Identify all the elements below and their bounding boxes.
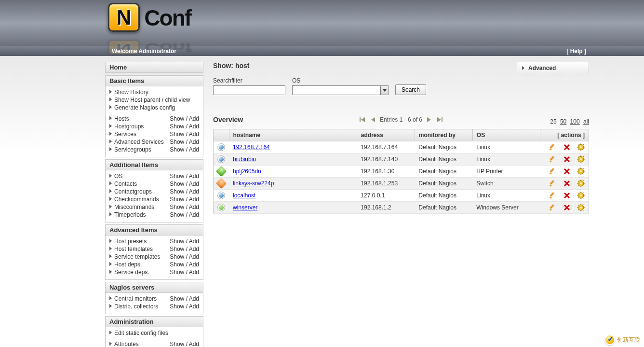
delete-icon[interactable] (563, 192, 571, 199)
sidebar-advanceditem-4[interactable]: Service deps. (114, 269, 149, 276)
prev-page-icon[interactable] (369, 116, 377, 124)
edit-icon[interactable] (549, 167, 556, 175)
search-button[interactable]: Search (395, 84, 426, 95)
sidebar-basic-item-0[interactable]: Hosts (114, 115, 129, 122)
edit-icon[interactable] (549, 143, 556, 151)
hostname-link[interactable]: linksys-srw224p (233, 180, 274, 187)
sidebar-additional-item-0-add[interactable]: Add (189, 173, 199, 180)
hostname-link[interactable]: 192.168.7.164 (233, 144, 270, 151)
searchfilter-input[interactable] (213, 85, 285, 95)
sidebar-advanceditem-2-add[interactable]: Add (189, 253, 199, 260)
sidebar-nagios-item-1[interactable]: Distrib. collectors (114, 303, 158, 310)
sidebar-basic-item-1[interactable]: Hostgroups (114, 123, 144, 130)
sidebar-basic-item-2[interactable]: Services (114, 131, 136, 138)
help-link[interactable]: [ Help ] (566, 48, 586, 55)
sidebar-show-history[interactable]: Show History (114, 89, 148, 96)
page-size-25[interactable]: 25 (550, 118, 556, 125)
sidebar-additional-item-1-show[interactable]: Show (170, 180, 184, 187)
sidebar-basic-item-4-show[interactable]: Show (170, 146, 184, 153)
sidebar-nagios-item-0-add[interactable]: Add (189, 295, 199, 302)
sidebar-admin-item-0-show[interactable]: Show (170, 341, 184, 347)
sidebar-show-parent[interactable]: Show Host parent / child view (114, 97, 190, 103)
sidebar-additional-item-4-add[interactable]: Add (189, 204, 199, 210)
sidebar-additional-item-4[interactable]: Misccommands (114, 204, 154, 210)
col-hostname[interactable]: hostname (229, 129, 357, 141)
sidebar-basic-item-3-add[interactable]: Add (189, 139, 199, 145)
hostname-link[interactable]: hplj2605dn (233, 168, 261, 175)
sidebar-generate-config[interactable]: Generate Nagios config (114, 104, 175, 111)
services-icon[interactable] (577, 180, 585, 187)
sidebar-additional-item-0[interactable]: OS (114, 173, 122, 180)
sidebar-advanceditem-3-add[interactable]: Add (189, 261, 199, 268)
page-size-all[interactable]: all (583, 118, 589, 125)
hostname-link[interactable]: winserver (233, 204, 257, 211)
sidebar-nagios-item-1-show[interactable]: Show (170, 303, 184, 310)
col-address[interactable]: address (357, 129, 415, 141)
delete-icon[interactable] (563, 143, 571, 151)
sidebar-additional-item-2[interactable]: Contactgroups (114, 188, 152, 195)
sidebar-nagios-item-0-show[interactable]: Show (170, 295, 184, 302)
col-monitored[interactable]: monitored by (415, 129, 472, 141)
sidebar-additional-item-2-show[interactable]: Show (170, 188, 184, 195)
first-page-icon[interactable] (359, 116, 366, 124)
delete-icon[interactable] (563, 204, 571, 211)
sidebar-basic-item-0-add[interactable]: Add (189, 115, 199, 122)
sidebar-nagios-item-1-add[interactable]: Add (189, 303, 199, 310)
sidebar-home[interactable]: Home (106, 62, 203, 73)
sidebar-advanceditem-4-show[interactable]: Show (170, 269, 184, 276)
sidebar-basic-item-1-show[interactable]: Show (170, 123, 184, 130)
sidebar-admin-item-0[interactable]: Attributes (114, 341, 139, 347)
sidebar-additional-item-0-show[interactable]: Show (170, 173, 184, 180)
sidebar-additional-item-4-show[interactable]: Show (170, 204, 184, 210)
sidebar-advanceditem-2-show[interactable]: Show (170, 253, 184, 260)
edit-icon[interactable] (549, 192, 556, 199)
next-page-icon[interactable] (425, 116, 433, 124)
sidebar-basic-item-1-add[interactable]: Add (189, 123, 199, 130)
delete-icon[interactable] (563, 155, 571, 163)
sidebar-basic-item-4[interactable]: Servicegroups (114, 146, 151, 153)
delete-icon[interactable] (563, 167, 571, 175)
sidebar-additional-item-5-show[interactable]: Show (170, 211, 184, 218)
page-size-100[interactable]: 100 (570, 118, 580, 125)
sidebar-basic-item-4-add[interactable]: Add (189, 146, 199, 153)
delete-icon[interactable] (563, 180, 571, 187)
sidebar-advanceditem-1-show[interactable]: Show (170, 246, 184, 252)
col-os[interactable]: OS (472, 129, 540, 141)
sidebar-additional-item-5-add[interactable]: Add (189, 211, 199, 218)
services-icon[interactable] (577, 167, 585, 175)
sidebar-advanceditem-1[interactable]: Host templates (114, 246, 153, 252)
sidebar-advanceditem-3-show[interactable]: Show (170, 261, 184, 268)
sidebar-advanceditem-0-show[interactable]: Show (170, 238, 184, 245)
sidebar-additional-item-1[interactable]: Contacts (114, 180, 137, 187)
sidebar-additional-item-2-add[interactable]: Add (189, 188, 199, 195)
sidebar-advanceditem-3[interactable]: Host deps. (114, 261, 142, 268)
os-select[interactable] (292, 85, 389, 95)
sidebar-additional-item-3-add[interactable]: Add (189, 196, 199, 203)
sidebar-advanceditem-4-add[interactable]: Add (189, 269, 199, 276)
sidebar-edit-static[interactable]: Edit static config files (114, 330, 168, 336)
sidebar-additional-item-5[interactable]: Timeperiods (114, 211, 146, 218)
sidebar-advanceditem-0[interactable]: Host presets (114, 238, 147, 245)
sidebar-basic-item-3[interactable]: Advanced Services (114, 139, 164, 145)
sidebar-admin-item-0-add[interactable]: Add (189, 341, 199, 347)
sidebar-nagios-item-0[interactable]: Central monitors (114, 295, 157, 302)
sidebar-basic-item-0-show[interactable]: Show (170, 115, 184, 122)
sidebar-additional-item-3-show[interactable]: Show (170, 196, 184, 203)
hostname-link[interactable]: localhost (233, 192, 255, 199)
sidebar-additional-item-3[interactable]: Checkcommands (114, 196, 159, 203)
sidebar-additional-item-1-add[interactable]: Add (189, 180, 199, 187)
edit-icon[interactable] (549, 204, 556, 211)
services-icon[interactable] (577, 192, 585, 199)
hostname-link[interactable]: biubiubiu (233, 156, 256, 163)
sidebar-advanceditem-2[interactable]: Service templates (114, 253, 160, 260)
sidebar-basic-item-2-show[interactable]: Show (170, 131, 184, 138)
sidebar-advanceditem-0-add[interactable]: Add (189, 238, 199, 245)
sidebar-basic-item-3-show[interactable]: Show (170, 139, 184, 145)
advanced-button[interactable]: Advanced (517, 62, 589, 74)
edit-icon[interactable] (549, 155, 556, 163)
last-page-icon[interactable] (436, 116, 443, 124)
sidebar-advanceditem-1-add[interactable]: Add (189, 246, 199, 252)
services-icon[interactable] (577, 143, 585, 151)
edit-icon[interactable] (549, 180, 556, 187)
sidebar-basic-item-2-add[interactable]: Add (189, 131, 199, 138)
